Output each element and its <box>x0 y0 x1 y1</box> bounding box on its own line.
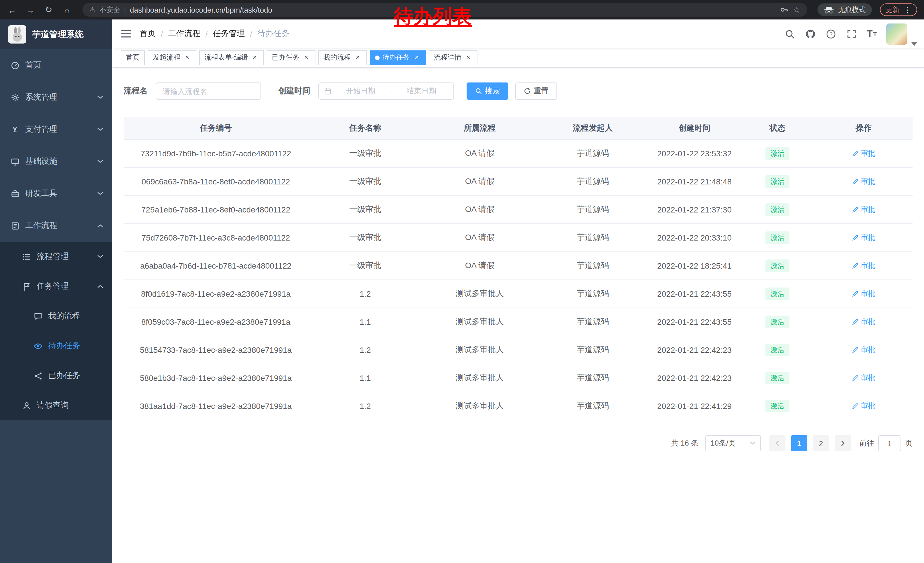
approve-link[interactable]: 审批 <box>852 261 875 271</box>
approve-link[interactable]: 审批 <box>852 401 875 411</box>
tag-item[interactable]: 首页 <box>121 50 145 65</box>
tag-item[interactable]: 发起流程× <box>148 50 196 65</box>
close-icon[interactable]: × <box>183 54 191 62</box>
workflow-icon <box>10 221 20 230</box>
browser-menu-icon[interactable]: ⋮ <box>903 6 911 14</box>
breadcrumb-item[interactable]: 首页 <box>140 29 156 39</box>
breadcrumb-item[interactable]: 任务管理 <box>213 29 245 39</box>
star-icon[interactable]: ☆ <box>793 5 800 14</box>
starter-cell: 芋道源码 <box>537 176 649 187</box>
sidebar-item-workflow[interactable]: 工作流程 <box>0 210 112 242</box>
back-icon[interactable]: ← <box>7 5 17 15</box>
action-cell: 审批 <box>814 317 912 327</box>
avatar-caret-icon[interactable] <box>911 42 917 46</box>
approve-link[interactable]: 审批 <box>852 373 875 383</box>
process-name-input[interactable] <box>156 83 261 100</box>
edit-icon <box>852 178 859 185</box>
approve-link[interactable]: 审批 <box>852 289 875 299</box>
approve-link[interactable]: 审批 <box>852 148 875 159</box>
sidebar-item-done-tasks[interactable]: 已办任务 <box>0 361 112 390</box>
warning-icon: ⚠ <box>89 6 96 14</box>
status-cell: 激活 <box>740 288 814 300</box>
breadcrumb-separator: / <box>250 29 252 38</box>
avatar[interactable] <box>886 23 908 44</box>
edit-icon <box>852 290 859 297</box>
gear-icon <box>10 93 20 102</box>
goto-page-input[interactable] <box>878 435 901 451</box>
status-cell: 激活 <box>740 231 814 244</box>
status-cell: 激活 <box>740 203 814 216</box>
tag-item[interactable]: 已办任务× <box>267 50 315 65</box>
tag-item[interactable]: 流程表单-编辑× <box>199 50 264 65</box>
approve-link[interactable]: 审批 <box>852 345 875 355</box>
create-time-cell: 2022-01-21 22:41:29 <box>649 401 740 411</box>
home-icon[interactable]: ⌂ <box>62 5 72 15</box>
sidebar-item-label: 请假查询 <box>37 400 103 411</box>
goto-label: 前往 <box>859 438 874 449</box>
prev-page-button[interactable] <box>770 435 786 451</box>
sidebar-item-payment-management[interactable]: ¥支付管理 <box>0 113 112 146</box>
page-content: 流程名 创建时间 开始日期 - 结束日期 搜索 重 <box>112 68 924 563</box>
font-size-icon[interactable]: TT <box>862 20 882 48</box>
close-icon[interactable]: × <box>464 54 472 62</box>
approve-link[interactable]: 审批 <box>852 176 875 187</box>
page-number-button[interactable]: 2 <box>813 435 829 451</box>
tag-label: 流程表单-编辑 <box>204 53 248 62</box>
sidebar-item-task-management[interactable]: 任务管理 <box>0 272 112 301</box>
column-header: 操作 <box>814 123 912 133</box>
sidebar-item-dev-tools[interactable]: 研发工具 <box>0 177 112 210</box>
sidebar-item-my-process[interactable]: 我的流程 <box>0 301 112 331</box>
github-icon[interactable] <box>800 20 820 48</box>
status-badge: 激活 <box>765 147 789 160</box>
sidebar-item-label: 研发工具 <box>25 188 98 199</box>
task-name-cell: 一级审批 <box>308 204 423 215</box>
table-row: 73211d9d-7b9b-11ec-b5b7-acde48001122一级审批… <box>124 140 912 168</box>
task-name-cell: 1.2 <box>308 345 423 354</box>
close-icon[interactable]: × <box>354 54 362 62</box>
edit-icon <box>852 262 859 269</box>
fullscreen-icon[interactable] <box>842 20 861 48</box>
reset-button[interactable]: 重置 <box>515 83 557 100</box>
breadcrumb-item[interactable]: 工作流程 <box>168 29 200 39</box>
approve-link[interactable]: 审批 <box>852 204 875 215</box>
tag-item[interactable]: 待办任务× <box>370 50 426 65</box>
sidebar-item-process-management[interactable]: 流程管理 <box>0 242 112 272</box>
close-icon[interactable]: × <box>413 54 421 62</box>
sidebar-item-infrastructure[interactable]: 基础设施 <box>0 146 112 177</box>
approve-link[interactable]: 审批 <box>852 317 875 327</box>
tag-item[interactable]: 我的流程× <box>318 50 367 65</box>
flag-icon <box>22 282 31 291</box>
tag-item[interactable]: 流程详情× <box>429 50 477 65</box>
update-button[interactable]: 更新 ⋮ <box>880 3 917 16</box>
close-icon[interactable]: × <box>302 54 310 62</box>
refresh-icon <box>524 88 531 95</box>
sidebar-item-leave-query[interactable]: 请假查询 <box>0 390 112 420</box>
date-range-picker[interactable]: 开始日期 - 结束日期 <box>318 83 454 100</box>
task-name-cell: 1.1 <box>308 374 423 383</box>
status-badge: 激活 <box>765 344 789 356</box>
sidebar-item-todo-tasks[interactable]: 待办任务 <box>0 331 112 361</box>
reload-icon[interactable]: ↻ <box>44 5 54 15</box>
help-icon[interactable]: ? <box>821 20 840 48</box>
sidebar-item-home[interactable]: 首页 <box>0 49 112 81</box>
close-icon[interactable]: × <box>251 54 259 62</box>
approve-link[interactable]: 审批 <box>852 233 875 243</box>
search-button[interactable]: 搜索 <box>466 83 508 100</box>
search-icon[interactable] <box>780 20 799 48</box>
table-row: 381aa1dd-7ac8-11ec-a9e2-a2380e71991a1.2测… <box>124 392 912 420</box>
process-cell: OA 请假 <box>423 261 537 271</box>
sidebar-item-system-management[interactable]: 系统管理 <box>0 81 112 113</box>
status-badge: 激活 <box>765 372 789 384</box>
next-page-button[interactable] <box>835 435 851 451</box>
total-count: 共 16 条 <box>671 438 699 449</box>
dashboard-icon <box>10 61 20 70</box>
key-icon[interactable] <box>780 5 789 14</box>
table-row: 75d72608-7b7f-11ec-a3c8-acde48001122一级审批… <box>124 224 912 252</box>
incognito-label: 无痕模式 <box>838 5 866 15</box>
page-size-select[interactable]: 10条/页 <box>705 435 761 451</box>
page-number-button[interactable]: 1 <box>791 435 807 451</box>
hamburger-icon[interactable] <box>112 20 140 48</box>
tag-label: 流程详情 <box>434 53 461 62</box>
forward-icon[interactable]: → <box>25 5 36 15</box>
chevron-down-icon <box>750 441 756 445</box>
